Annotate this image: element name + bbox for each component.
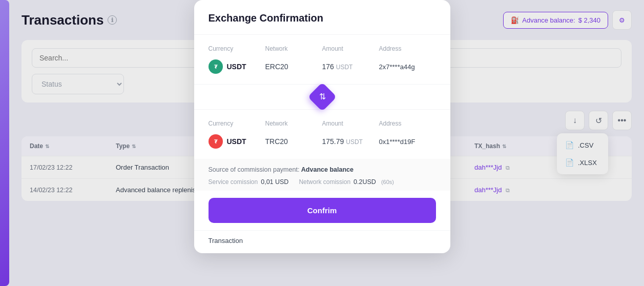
commission-row: Service comission 0,01 USD Network comis…	[209, 178, 436, 186]
network-commission-label: Network comission	[299, 178, 350, 186]
service-commission-value: 0,01 USD	[261, 178, 288, 186]
service-commission-label: Service comission	[209, 178, 258, 186]
from-network-cell: ERC20	[265, 63, 322, 71]
exchange-from-row: ₮ USDT ERC20 176 USDT 2x7****a44g	[209, 59, 436, 74]
exchange-confirmation-modal: Exchange Confirmation Currency Network A…	[194, 0, 450, 253]
exchange-arrow-icon: ⇅	[307, 83, 337, 112]
to-currency-label: USDT	[227, 137, 246, 146]
from-amount-unit: USDT	[336, 64, 353, 71]
to-amount-cell: 175.79 USDT	[322, 137, 379, 146]
exchange-th-network: Network	[265, 45, 322, 52]
from-address-cell: 2x7****a44g	[379, 63, 436, 71]
to-currency-cell: ₮ USDT	[209, 134, 265, 149]
modal-overlay: Exchange Confirmation Currency Network A…	[0, 0, 644, 286]
exchange-to-table-header: Currency Network Amount Address	[209, 120, 436, 127]
exchange-to-th-network: Network	[265, 120, 322, 127]
commission-section: Source of commission payment: Advance ba…	[194, 159, 450, 191]
exchange-divider: ⇅	[194, 84, 450, 110]
to-amount-unit: USDT	[346, 138, 363, 146]
exchange-th-currency: Currency	[209, 45, 265, 52]
from-amount-cell: 176 USDT	[322, 63, 379, 71]
from-currency-label: USDT	[227, 63, 246, 71]
exchange-th-amount: Amount	[322, 45, 379, 52]
usdt-from-icon: ₮	[209, 59, 223, 74]
to-network-cell: TRC20	[265, 137, 322, 146]
to-address-cell: 0x1****d19F	[379, 138, 436, 146]
network-commission-note: (60s)	[381, 179, 394, 185]
exchange-th-address: Address	[379, 45, 436, 52]
confirm-button[interactable]: Confrim	[209, 198, 436, 223]
service-commission-item: Service comission 0,01 USD	[209, 178, 289, 186]
modal-bottom-row: Transaction	[194, 230, 450, 253]
exchange-to-section: Currency Network Amount Address ₮ USDT T…	[194, 110, 450, 159]
commission-source-value: Advance balance	[301, 166, 354, 173]
network-commission-value: 0.2USD	[354, 178, 376, 186]
usdt-to-icon: ₮	[209, 134, 223, 149]
commission-source: Source of commission payment: Advance ba…	[209, 166, 436, 173]
network-commission-item: Network comission 0.2USD (60s)	[299, 178, 394, 186]
exchange-to-th-currency: Currency	[209, 120, 265, 127]
modal-bottom-type: Transaction	[209, 237, 243, 244]
from-currency-cell: ₮ USDT	[209, 59, 265, 74]
exchange-to-row: ₮ USDT TRC20 175.79 USDT 0x1****d19F	[209, 134, 436, 149]
modal-header: Exchange Confirmation	[194, 0, 450, 35]
exchange-to-th-address: Address	[379, 120, 436, 127]
commission-source-text: Source of commission payment:	[209, 166, 300, 173]
from-amount-value: 176	[322, 63, 334, 71]
modal-title: Exchange Confirmation	[209, 12, 436, 24]
exchange-from-section: Currency Network Amount Address ₮ USDT E…	[194, 35, 450, 84]
to-amount-value: 175.79	[322, 137, 344, 146]
exchange-to-th-amount: Amount	[322, 120, 379, 127]
exchange-table-header: Currency Network Amount Address	[209, 45, 436, 52]
